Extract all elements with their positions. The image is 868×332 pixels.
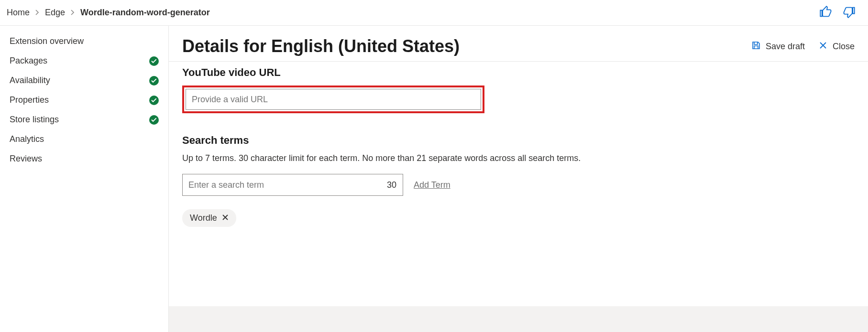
- footer-strip: [169, 306, 868, 332]
- search-term-row: 30 Add Term: [182, 174, 855, 196]
- search-term-chip: Wordle: [182, 209, 236, 227]
- page-header: Details for English (United States) Save…: [169, 26, 868, 62]
- youtube-url-input[interactable]: [186, 89, 481, 110]
- close-label: Close: [833, 42, 855, 52]
- sidebar-item-analytics[interactable]: Analytics: [0, 129, 168, 149]
- search-terms-description: Up to 7 terms. 30 character limit for ea…: [182, 153, 855, 163]
- breadcrumb-home[interactable]: Home: [7, 8, 30, 18]
- breadcrumb-edge[interactable]: Edge: [45, 8, 65, 18]
- sidebar-item-properties[interactable]: Properties: [0, 90, 168, 110]
- check-circle-icon: [149, 96, 159, 105]
- search-terms-section-label: Search terms: [182, 134, 855, 147]
- main-content: Details for English (United States) Save…: [169, 26, 868, 332]
- save-icon: [751, 41, 761, 53]
- breadcrumb: Home Edge Wordle-random-word-generator: [7, 8, 210, 18]
- close-icon: [818, 41, 828, 53]
- sidebar-item-packages[interactable]: Packages: [0, 51, 168, 71]
- sidebar: Extension overview Packages Availability…: [0, 26, 169, 332]
- search-input-wrap: 30: [182, 174, 403, 196]
- check-circle-icon: [149, 76, 159, 86]
- page-title: Details for English (United States): [182, 36, 460, 56]
- sidebar-item-label: Reviews: [10, 154, 42, 164]
- sidebar-item-label: Analytics: [10, 134, 44, 144]
- youtube-url-highlight: [182, 86, 484, 113]
- breadcrumb-current: Wordle-random-word-generator: [80, 8, 210, 18]
- sidebar-item-availability[interactable]: Availability: [0, 71, 168, 90]
- check-circle-icon: [149, 56, 159, 66]
- sidebar-item-label: Store listings: [10, 115, 59, 125]
- youtube-section-label: YouTube video URL: [182, 66, 855, 79]
- thumbs-down-icon[interactable]: [842, 5, 856, 21]
- sidebar-item-label: Availability: [10, 75, 50, 86]
- sidebar-item-label: Packages: [10, 56, 47, 66]
- sidebar-item-reviews[interactable]: Reviews: [0, 149, 168, 169]
- check-circle-icon: [149, 115, 159, 125]
- char-limit-counter: 30: [387, 180, 396, 190]
- thumbs-up-icon[interactable]: [819, 5, 833, 21]
- topbar: Home Edge Wordle-random-word-generator: [0, 0, 868, 26]
- chevron-right-icon: [71, 9, 75, 17]
- sidebar-item-store-listings[interactable]: Store listings: [0, 110, 168, 129]
- save-draft-button[interactable]: Save draft: [751, 41, 805, 53]
- search-term-input[interactable]: [182, 174, 403, 196]
- chevron-right-icon: [35, 9, 39, 17]
- sidebar-item-extension-overview[interactable]: Extension overview: [0, 32, 168, 51]
- sidebar-item-label: Extension overview: [10, 36, 84, 46]
- remove-chip-icon[interactable]: [222, 213, 229, 223]
- save-draft-label: Save draft: [766, 42, 805, 52]
- header-actions: Save draft Close: [751, 41, 855, 53]
- sidebar-item-label: Properties: [10, 95, 49, 105]
- add-term-link[interactable]: Add Term: [414, 180, 450, 190]
- close-button[interactable]: Close: [818, 41, 855, 53]
- feedback-buttons: [819, 5, 861, 21]
- chip-label: Wordle: [190, 213, 217, 223]
